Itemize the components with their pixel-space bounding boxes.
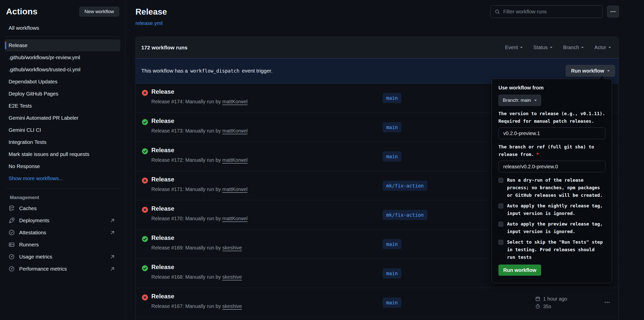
sidebar-workflow-item[interactable]: Deploy GitHub Pages — [5, 88, 120, 100]
x-circle-icon — [142, 177, 148, 184]
management-item-label: Caches — [19, 205, 37, 211]
sidebar-management-item[interactable]: Attestations — [6, 227, 119, 239]
field-description: The branch or ref (full git sha) to rele… — [498, 143, 605, 158]
server-icon — [8, 241, 15, 248]
checkbox[interactable] — [498, 222, 503, 227]
new-workflow-button[interactable]: New workflow — [79, 7, 119, 16]
sidebar-workflow-item[interactable]: Release — [5, 39, 120, 51]
branch-badge[interactable]: mk/fix-action — [383, 181, 427, 191]
management-item-label: Deployments — [19, 217, 49, 223]
meter-icon — [8, 253, 15, 260]
meter-icon — [8, 266, 15, 272]
search-icon — [494, 9, 500, 15]
actions-sidebar: Actions New workflow All workflows Relea… — [0, 0, 125, 320]
workflow-run-row[interactable]: Release Release #167: Manually run by sk… — [136, 288, 619, 317]
runs-filter-dropdown[interactable]: Status — [533, 45, 552, 50]
actor-link[interactable]: skeshive — [222, 245, 242, 250]
checkbox-label: Select to skip the "Run Tests" step in t… — [507, 238, 605, 261]
banner-code: workflow_dispatch — [190, 68, 239, 74]
sidebar-workflow-item[interactable]: Dependabot Updates — [5, 76, 120, 88]
sidebar-workflow-item[interactable]: .github/workflows/pr-review.yml — [5, 51, 120, 63]
branch-badge[interactable]: main — [383, 298, 401, 308]
sidebar-management-item[interactable]: Usage metrics — [6, 251, 119, 263]
checkbox[interactable] — [498, 240, 503, 245]
x-circle-icon — [142, 206, 148, 213]
run-title-link[interactable]: Release — [151, 205, 174, 212]
actor-link[interactable]: skeshive — [222, 303, 242, 309]
checkbox-label: Auto apply the preview release tag, inpu… — [507, 220, 605, 235]
run-title-link[interactable]: Release — [151, 117, 174, 124]
check-circle-icon — [142, 148, 148, 155]
actor-link[interactable]: mattKorwel — [222, 186, 247, 192]
sidebar-management-item[interactable]: Runners — [6, 239, 119, 251]
checkbox[interactable] — [498, 178, 503, 183]
run-title-link[interactable]: Release — [151, 147, 174, 154]
sidebar-workflow-item[interactable]: .github/workflows/trusted-ci.yml — [5, 63, 120, 76]
run-workflow-dropdown-button[interactable]: Run workflow — [566, 65, 615, 77]
runs-filter-dropdown[interactable]: Actor — [594, 45, 611, 50]
chevron-down-icon — [607, 70, 610, 73]
actor-link[interactable]: skeshive — [222, 274, 242, 280]
actor-link[interactable]: mattKorwel — [222, 216, 247, 221]
branch-select-button[interactable]: Branch: main — [498, 95, 541, 106]
actor-link[interactable]: mattKorwel — [222, 99, 247, 104]
workflow-list: Release .github/workflows/pr-review.yml … — [6, 39, 119, 172]
runs-filter-dropdown[interactable]: Branch — [563, 45, 584, 50]
dialog-options: Run a dry-run of the release process; no… — [498, 176, 605, 261]
run-title-link[interactable]: Release — [151, 264, 174, 271]
branch-badge[interactable]: mk/fix-action — [383, 210, 427, 220]
sidebar-workflow-item[interactable]: Mark stale issues and pull requests — [5, 148, 120, 160]
branch-badge[interactable]: main — [383, 122, 401, 132]
field-description: The version to release (e.g., v0.1.11). … — [498, 110, 605, 125]
sidebar-management-item[interactable]: Performance metrics — [6, 263, 119, 275]
dialog-fields: The version to release (e.g., v0.1.11). … — [498, 110, 605, 172]
run-title-link[interactable]: Release — [151, 234, 174, 241]
sidebar-workflow-item[interactable]: E2E Tests — [5, 100, 120, 112]
runs-filter-dropdown[interactable]: Event — [505, 45, 523, 50]
run-description: Release #171: Manually run by mattKorwel — [151, 186, 247, 192]
run-time-ago: 1 hour ago — [543, 296, 567, 302]
sidebar-workflow-item[interactable]: Gemini Automated PR Labeler — [5, 112, 120, 124]
actor-link[interactable]: mattKorwel — [222, 128, 247, 134]
checkbox[interactable] — [498, 204, 503, 208]
rocket-icon — [8, 217, 15, 224]
check-circle-icon — [142, 119, 148, 125]
run-title-link[interactable]: Release — [151, 176, 174, 183]
run-workflow-submit-button[interactable]: Run workflow — [498, 265, 541, 276]
sidebar-management-item[interactable]: Deployments — [6, 214, 119, 227]
run-description: Release #170: Manually run by mattKorwel — [151, 216, 247, 221]
sidebar-management-item[interactable]: Caches — [6, 202, 119, 214]
workflow-input[interactable] — [498, 161, 605, 172]
filter-label: Status — [533, 45, 548, 50]
filter-label: Event — [505, 45, 518, 50]
run-options-button[interactable] — [604, 299, 610, 306]
filter-workflow-runs-input[interactable] — [491, 6, 602, 18]
sidebar-workflow-item[interactable]: No Response — [5, 160, 120, 172]
runs-count: 172 workflow runs — [141, 45, 187, 51]
workflow-file-link[interactable]: release.yml — [135, 20, 162, 26]
filter-label: Actor — [594, 45, 606, 50]
branch-badge[interactable]: main — [383, 268, 401, 278]
run-description: Release #174: Manually run by mattKorwel — [151, 99, 247, 105]
workflow-options-button[interactable] — [607, 6, 619, 17]
show-more-workflows-link[interactable]: Show more workflows... — [5, 172, 120, 184]
run-description-text: Release #169: Manually run by — [151, 245, 221, 250]
run-description-text: Release #170: Manually run by — [151, 216, 221, 221]
workflow-input[interactable] — [498, 127, 605, 139]
sidebar-item-all-workflows[interactable]: All workflows — [6, 23, 119, 33]
run-description: Release #167: Manually run by skeshive — [151, 303, 242, 309]
branch-badge[interactable]: main — [383, 93, 401, 103]
external-link-icon — [109, 266, 116, 272]
branch-badge[interactable]: main — [383, 239, 401, 249]
banner-text-after: event trigger. — [242, 68, 272, 74]
divider — [5, 188, 120, 189]
sidebar-workflow-item[interactable]: Gemini CLI CI — [5, 124, 120, 136]
sidebar-workflow-item[interactable]: Integration Tests — [5, 136, 120, 148]
actor-link[interactable]: mattKorwel — [222, 157, 247, 163]
chevron-down-icon — [520, 47, 523, 49]
run-title-link[interactable]: Release — [151, 88, 174, 95]
chevron-down-icon — [534, 100, 537, 102]
run-title-link[interactable]: Release — [151, 293, 174, 300]
branch-badge[interactable]: main — [383, 151, 401, 162]
run-description-text: Release #167: Manually run by — [151, 303, 221, 309]
